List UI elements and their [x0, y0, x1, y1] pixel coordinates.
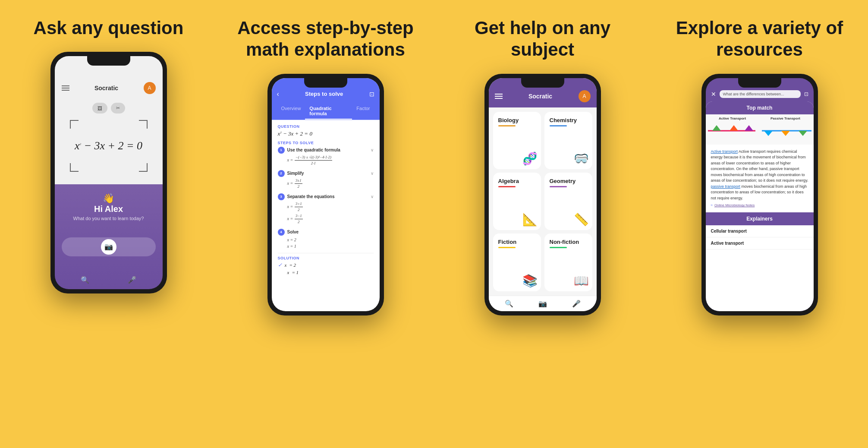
- scan-btn-image[interactable]: 🖼: [92, 103, 107, 114]
- phone1-top: Socratic A 🖼 ✂: [55, 56, 163, 184]
- source-name: Online Microbiology Notes: [714, 203, 755, 208]
- subject-fiction-name: Fiction: [498, 239, 517, 245]
- nav-search-icon[interactable]: 🔍: [81, 276, 89, 284]
- nav-mic-icon-3[interactable]: 🎤: [572, 300, 581, 308]
- subject-algebra-name: Algebra: [498, 178, 519, 184]
- step-1-header: 1 Use the quadratic formula ∨: [278, 147, 374, 154]
- step-3-math: x = 3+12 x = 3−12: [278, 201, 374, 225]
- screen-title: Steps to solve: [305, 91, 343, 97]
- panel3-heading: Get help on any subject: [443, 17, 642, 61]
- scan-corner-tl: [70, 120, 79, 129]
- solution-1: ✓ x = 2: [278, 262, 374, 268]
- phone4-search-bar[interactable]: What are the differences between...: [720, 90, 801, 98]
- subject-nonfiction-line: [550, 247, 567, 248]
- question-math: x2 − 3x + 2 = 0: [278, 130, 374, 137]
- panel-subjects: Get help on any subject Socratic A Biolo…: [434, 0, 651, 448]
- phone1-nav: 🔍 🎤: [62, 272, 156, 284]
- subject-nonfiction[interactable]: Non-fiction 📖: [544, 233, 592, 291]
- step-4-math: x = 2 x = 1: [278, 237, 374, 249]
- nav-mic-icon[interactable]: 🎤: [128, 276, 136, 284]
- step-4: 4 Solve x = 2 x = 1: [278, 229, 374, 249]
- phone2-screen: ‹ Steps to solve ⊡ Overview Quadratic fo…: [272, 78, 380, 311]
- phone4-frame: ✕ What are the differences between... ⊡ …: [701, 74, 818, 315]
- subject-chemistry[interactable]: Chemistry 🥽: [544, 112, 592, 169]
- phone1-header: Socratic A: [55, 82, 163, 94]
- panel1-heading: Ask any question: [34, 17, 184, 39]
- step-2-num: 2: [278, 170, 285, 177]
- highlight-passive: passive transport: [711, 184, 741, 189]
- nav-camera-icon-3[interactable]: 📷: [538, 300, 547, 308]
- nav-search-icon-3[interactable]: 🔍: [505, 300, 513, 308]
- phone1-avatar: A: [144, 82, 156, 94]
- solution-2: x = 1: [278, 270, 374, 275]
- image-icon: 🖼: [97, 106, 102, 111]
- result-source-link[interactable]: ≈ Online Microbiology Notes: [711, 203, 808, 208]
- greeting-wave-icon: 👋: [73, 193, 144, 204]
- tabs-row: Overview Quadratic formula Factor: [272, 102, 380, 120]
- phone1-screen: Socratic A 🖼 ✂: [55, 56, 163, 289]
- phone3-hamburger[interactable]: [495, 94, 503, 99]
- subject-biology-name: Biology: [498, 117, 519, 123]
- phone1-frame: Socratic A 🖼 ✂: [50, 52, 167, 293]
- transport-diagram: Active Transport Passive Transport: [706, 114, 814, 145]
- subject-chemistry-line: [550, 125, 567, 126]
- close-icon-4[interactable]: ✕: [711, 91, 716, 98]
- top-match-header: Top match: [706, 101, 814, 114]
- greeting-sub: What do you want to learn today?: [73, 216, 144, 221]
- phone1-equation: x2 − 3x + 2 = 0: [75, 139, 142, 152]
- subject-algebra[interactable]: Algebra 📐: [493, 173, 541, 230]
- phone3-frame: Socratic A Biology 🧬 Chemistry 🥽: [484, 74, 601, 315]
- phone1-inner: Socratic A 🖼 ✂: [55, 56, 163, 289]
- hamburger-icon[interactable]: [62, 85, 69, 91]
- svg-text:Active Transport: Active Transport: [719, 117, 746, 120]
- phone2-inner: ‹ Steps to solve ⊡ Overview Quadratic fo…: [272, 78, 380, 311]
- phone3-nav: 🔍 📷 🎤: [489, 296, 597, 311]
- subject-geometry[interactable]: Geometry 📏: [544, 173, 592, 230]
- subject-biology[interactable]: Biology 🧬: [493, 112, 541, 169]
- phone2-frame: ‹ Steps to solve ⊡ Overview Quadratic fo…: [267, 74, 384, 315]
- step-3-chevron[interactable]: ∨: [371, 194, 374, 199]
- explainer-active[interactable]: Active transport: [706, 237, 814, 249]
- phone1-notch: [87, 56, 130, 66]
- scan-icons: 🖼 ✂: [92, 103, 125, 114]
- expand-icon-4[interactable]: ⊡: [804, 91, 808, 97]
- step-2-chevron[interactable]: ∨: [371, 171, 374, 176]
- subject-nonfiction-name: Non-fiction: [550, 239, 579, 245]
- tab-quadratic[interactable]: Quadratic formula: [305, 102, 352, 120]
- subject-algebra-icon: 📐: [522, 212, 538, 227]
- step-1-chevron[interactable]: ∨: [371, 148, 374, 152]
- solution-label: SOLUTION: [278, 256, 374, 260]
- expand-icon[interactable]: ⊡: [369, 91, 374, 98]
- panel2-heading: Access step-by-step math explanations: [226, 17, 425, 61]
- phone3-screen: Socratic A Biology 🧬 Chemistry 🥽: [489, 78, 597, 311]
- subject-chemistry-name: Chemistry: [550, 117, 577, 123]
- explainer-cellular[interactable]: Cellular transport: [706, 225, 814, 237]
- greeting-text: Hi Alex: [73, 204, 144, 214]
- subject-fiction[interactable]: Fiction 📚: [493, 233, 541, 291]
- subject-algebra-line: [498, 186, 516, 187]
- greeting-block: 👋 Hi Alex What do you want to learn toda…: [73, 193, 144, 221]
- solution-section: SOLUTION ✓ x = 2 x = 1: [278, 253, 374, 275]
- back-button[interactable]: ‹: [277, 90, 279, 98]
- tab-factor[interactable]: Factor: [352, 102, 374, 120]
- scan-btn-crop[interactable]: ✂: [111, 103, 125, 114]
- step-4-num: 4: [278, 229, 285, 236]
- camera-button[interactable]: 📷: [101, 239, 116, 255]
- subject-biology-icon: 🧬: [522, 151, 538, 166]
- step-4-header: 4 Solve: [278, 229, 374, 236]
- svg-text:Passive Transport: Passive Transport: [771, 117, 800, 120]
- step-3-title: Separate the equations: [287, 194, 371, 199]
- tab-overview[interactable]: Overview: [277, 102, 305, 120]
- step-2: 2 Simplify ∨ x = 3±1 2: [278, 170, 374, 190]
- explainers-header: Explainers: [706, 212, 814, 225]
- phone3-inner: Socratic A Biology 🧬 Chemistry 🥽: [489, 78, 597, 311]
- phone1-app-name: Socratic: [94, 85, 118, 91]
- step-1: 1 Use the quadratic formula ∨ x = −(−3) …: [278, 147, 374, 167]
- subject-geometry-icon: 📏: [574, 212, 589, 227]
- step-1-num: 1: [278, 147, 285, 154]
- question-label: QUESTION: [278, 124, 374, 129]
- phone2-notch: [304, 78, 347, 88]
- result-image: Active Transport Passive Transport: [706, 114, 814, 145]
- panel4-heading: Explore a variety of resources: [660, 17, 859, 61]
- subject-geometry-line: [550, 186, 567, 187]
